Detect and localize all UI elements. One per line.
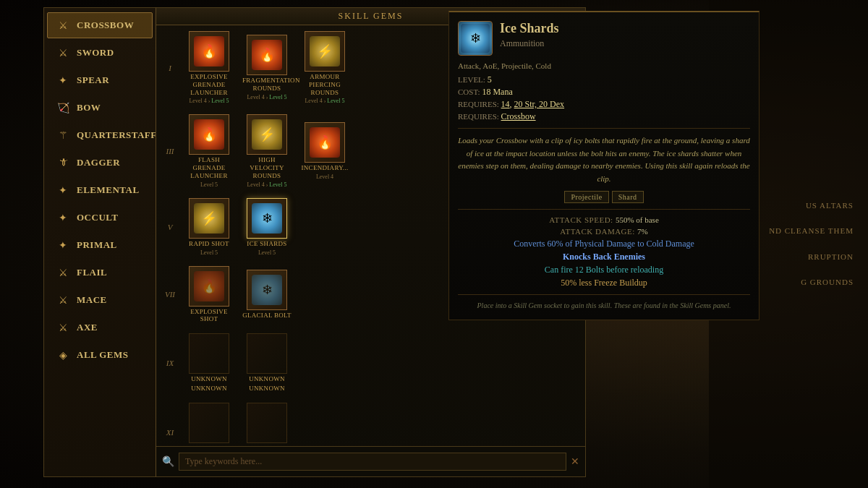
sidebar-item-occult[interactable]: ✦ Occult bbox=[47, 205, 153, 231]
gem-slot-III-2[interactable]: 🔥Incendiary...Level 4 bbox=[299, 122, 350, 180]
gem-name-V-1: Ice Shards bbox=[247, 240, 286, 248]
gem-slots-IX: UnknownUnknownUnknownUnknown bbox=[181, 330, 582, 395]
sidebar-item-mace[interactable]: ⚔ Mace bbox=[47, 287, 153, 313]
sidebar-item-sword[interactable]: ⚔ Sword bbox=[47, 40, 153, 66]
gem-slot-V-1[interactable]: ❄Ice ShardsLevel 5 bbox=[242, 198, 292, 256]
gem-icon-XI-0 bbox=[189, 403, 229, 443]
skill-tags-badges: Projectile Shard bbox=[458, 191, 750, 203]
sidebar-icon-axe: ⚔ bbox=[55, 320, 71, 335]
gem-slot-I-1[interactable]: 🔥Fragmentation RoundsLevel 4 › Level 5 bbox=[242, 35, 292, 100]
sidebar-label-flail: Flail bbox=[77, 267, 107, 278]
gem-slot-IX-0[interactable]: UnknownUnknown bbox=[184, 333, 234, 393]
sidebar-label-bow: Bow bbox=[77, 102, 101, 114]
skill-name: Ice Shards bbox=[500, 21, 750, 37]
skill-cost: Cost: 18 Mana bbox=[458, 87, 750, 98]
row-label-VII: VII bbox=[159, 290, 181, 299]
sidebar-icon-all-gems: ◈ bbox=[55, 347, 71, 363]
gem-level-V-1: Level 5 bbox=[258, 249, 276, 256]
sidebar-item-flail[interactable]: ⚔ Flail bbox=[47, 260, 153, 286]
sidebar-label-dagger: Dagger bbox=[77, 157, 120, 168]
gem-icon-I-2: ⚡ bbox=[305, 31, 345, 72]
gem-slot-VII-1[interactable]: ❄Glacial Bolt bbox=[242, 270, 292, 320]
info-header: ❄ Ice Shards Ammunition bbox=[458, 21, 750, 56]
weapon-type-sidebar: ⚔ Crossbow ⚔ Sword ✦ Spear 🏹 Bow ⚚ Quart… bbox=[43, 7, 156, 477]
sidebar-item-crossbow[interactable]: ⚔ Crossbow bbox=[47, 12, 153, 38]
gem-slot-XI-0[interactable]: UnknownUnknown bbox=[184, 403, 234, 446]
gem-icon-VII-1: ❄ bbox=[247, 270, 287, 310]
sidebar-item-axe[interactable]: ⚔ Axe bbox=[47, 314, 153, 341]
gem-icon-I-1: 🔥 bbox=[247, 35, 287, 75]
gem-level-III-0: Level 5 bbox=[200, 181, 218, 188]
gem-icon-V-1: ❄ bbox=[247, 198, 287, 239]
gem-level-III-2: Level 4 bbox=[316, 174, 333, 180]
sidebar-item-elemental[interactable]: ✦ Elemental bbox=[47, 177, 153, 203]
sidebar-item-spear[interactable]: ✦ Spear bbox=[47, 67, 153, 93]
skill-description: Loads your Crossbow with a clip of icy b… bbox=[458, 134, 750, 185]
gem-slot-III-0[interactable]: 🔥Flash Grenade LauncherLevel 5 bbox=[184, 114, 234, 187]
sidebar-icon-primal: ✦ bbox=[55, 237, 71, 253]
row-label-XI: XI bbox=[159, 428, 181, 437]
gem-icon-III-0: 🔥 bbox=[189, 114, 229, 155]
sidebar-item-bow[interactable]: 🏹 Bow bbox=[47, 95, 153, 121]
modifier-4: 50% less Freeze Buildup bbox=[458, 278, 750, 288]
sidebar-icon-crossbow: ⚔ bbox=[55, 17, 71, 33]
gem-icon-III-2: 🔥 bbox=[305, 122, 345, 163]
gem-icon-V-0: ⚡ bbox=[189, 198, 229, 239]
skill-info-panel: ❄ Ice Shards Ammunition Attack, AoE, Pro… bbox=[448, 11, 760, 320]
gem-level-V-0: Level 5 bbox=[200, 249, 218, 256]
divider-1 bbox=[458, 128, 750, 129]
attack-speed-stat: Attack Speed: 550% of base bbox=[458, 215, 750, 224]
gem-icon-IX-1 bbox=[247, 333, 287, 374]
sidebar-icon-elemental: ✦ bbox=[55, 182, 71, 198]
gem-unknown-IX-0: Unknown bbox=[191, 385, 227, 393]
attack-damage-stat: Attack Damage: 7% bbox=[458, 227, 750, 236]
sidebar-label-all-gems: All Gems bbox=[77, 349, 129, 361]
modifier-2: Knocks Back Enemies bbox=[458, 252, 750, 262]
modifier-3: Can fire 12 Bolts before reloading bbox=[458, 265, 750, 275]
gem-slot-XI-1[interactable]: UnknownUnknown bbox=[242, 403, 292, 446]
gem-name-VII-1: Glacial Bolt bbox=[242, 312, 292, 320]
sidebar-item-primal[interactable]: ✦ Primal bbox=[47, 232, 153, 258]
gem-level-I-2: Level 4 › Level 5 bbox=[305, 98, 344, 104]
search-clear-button[interactable]: ✕ bbox=[571, 455, 579, 468]
gem-name-III-2: Incendiary... bbox=[302, 164, 349, 172]
sidebar-item-dagger[interactable]: 🗡 Dagger bbox=[47, 150, 153, 176]
gem-slots-XI: UnknownUnknownUnknownUnknown bbox=[181, 400, 582, 446]
gem-icon-I-0: 🔥 bbox=[189, 31, 229, 72]
sidebar-item-all-gems[interactable]: ◈ All Gems bbox=[47, 342, 153, 368]
gem-slot-III-1[interactable]: ⚡High Velocity RoundsLevel 4 › Level 5 bbox=[242, 114, 292, 187]
sidebar-icon-spear: ✦ bbox=[55, 72, 71, 88]
info-gem-icon: ❄ bbox=[458, 21, 493, 56]
gem-name-V-0: Rapid Shot bbox=[189, 240, 229, 248]
gem-name-I-0: Explosive Grenade Launcher bbox=[184, 73, 234, 96]
sidebar-icon-mace: ⚔ bbox=[55, 292, 71, 308]
sidebar-item-quarterstaff[interactable]: ⚚ Quarterstaff bbox=[47, 122, 153, 148]
gems-title: Skill Gems bbox=[339, 11, 404, 22]
gem-row-XI: XIUnknownUnknownUnknownUnknown bbox=[159, 400, 582, 446]
gem-name-III-1: High Velocity Rounds bbox=[242, 156, 292, 179]
gem-icon-VII-0: 🔥 bbox=[189, 266, 229, 307]
skill-footer: Place into a Skill Gem socket to gain th… bbox=[458, 301, 750, 311]
search-input[interactable] bbox=[179, 453, 566, 471]
search-bar: 🔍 ✕ bbox=[156, 446, 585, 476]
gem-icon-III-1: ⚡ bbox=[247, 114, 287, 155]
search-icon: 🔍 bbox=[162, 455, 174, 468]
gem-slot-I-0[interactable]: 🔥Explosive Grenade LauncherLevel 4 › Lev… bbox=[184, 31, 234, 104]
sidebar-icon-dagger: 🗡 bbox=[55, 155, 71, 171]
gem-slot-V-0[interactable]: ⚡Rapid ShotLevel 5 bbox=[184, 198, 234, 256]
gem-level-I-0: Level 4 › Level 5 bbox=[189, 98, 229, 104]
gem-level-III-1: Level 4 › Level 5 bbox=[247, 181, 286, 188]
gem-slot-VII-0[interactable]: 🔥Explosive Shot bbox=[184, 266, 234, 324]
sidebar-icon-bow: 🏹 bbox=[55, 100, 71, 116]
modifier-1: Converts 60% of Physical Damage to Cold … bbox=[458, 239, 750, 249]
gem-level-I-1: Level 4 › Level 5 bbox=[247, 94, 286, 100]
sidebar-icon-quarterstaff: ⚚ bbox=[55, 127, 71, 143]
gem-slot-I-2[interactable]: ⚡Armour Piercing RoundsLevel 4 › Level 5 bbox=[299, 31, 350, 104]
sidebar-label-primal: Primal bbox=[77, 239, 117, 251]
sidebar-label-elemental: Elemental bbox=[77, 184, 140, 196]
skill-tags: Attack, AoE, Projectile, Cold bbox=[458, 61, 750, 70]
gem-row-IX: IXUnknownUnknownUnknownUnknown bbox=[159, 330, 582, 395]
row-label-IX: IX bbox=[159, 359, 181, 367]
gem-slot-IX-1[interactable]: UnknownUnknown bbox=[242, 333, 292, 393]
sidebar-label-axe: Axe bbox=[77, 322, 98, 333]
